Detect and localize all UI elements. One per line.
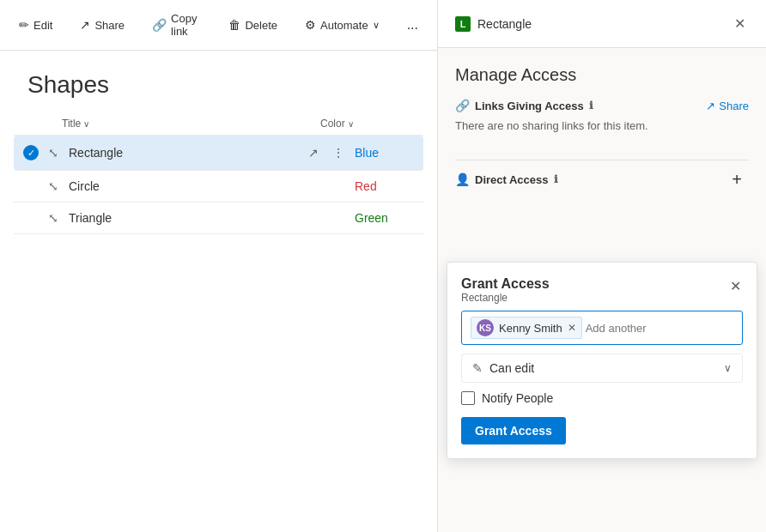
delete-label: Delete: [245, 19, 277, 32]
person-icon: 👤: [455, 172, 470, 186]
copy-link-label: Copy link: [171, 12, 201, 38]
item-color: Blue: [355, 146, 423, 160]
page-title: Shapes: [0, 51, 437, 112]
more-button[interactable]: ...: [402, 14, 423, 36]
trash-icon: 🗑: [228, 18, 240, 32]
toolbar: ✏ Edit ↗ Share 🔗 Copy link 🗑 Delete ⚙ Au…: [0, 0, 437, 51]
manage-access-title: Manage Access: [438, 48, 766, 99]
list-container: Title ∨ Color ∨ ✓ ⤡ Rectangle ↗ ⋮ Blue ⤡: [0, 112, 437, 234]
popup-body: KS Kenny Smith ✕ ✎ Can edit ∨ Notify Peo…: [447, 311, 757, 458]
people-input-area[interactable]: KS Kenny Smith ✕: [461, 311, 743, 345]
item-color: Green: [355, 211, 423, 225]
links-share-button[interactable]: ↗ Share: [706, 100, 749, 112]
left-panel: ✏ Edit ↗ Share 🔗 Copy link 🗑 Delete ⚙ Au…: [0, 0, 438, 532]
panel-title-area: L Rectangle: [455, 16, 532, 32]
links-info-icon[interactable]: ℹ: [589, 100, 593, 112]
item-name: Triangle: [69, 211, 355, 225]
permission-label: Can edit: [489, 361, 534, 375]
permission-left: ✎ Can edit: [472, 361, 534, 375]
share-row-icon[interactable]: ↗: [305, 144, 322, 161]
link-icon: 🔗: [152, 18, 167, 32]
delete-button[interactable]: 🗑 Delete: [223, 15, 283, 35]
notify-label: Notify People: [482, 391, 553, 405]
link-chain-icon: 🔗: [455, 99, 470, 112]
list-header: Title ∨ Color ∨: [14, 112, 423, 136]
no-links-text: There are no sharing links for this item…: [455, 119, 749, 132]
chevron-down-icon: ∨: [724, 362, 732, 374]
edit-icon: ✏: [19, 18, 29, 32]
avatar: KS: [477, 319, 494, 336]
direct-access-info-icon[interactable]: ℹ: [554, 173, 558, 185]
add-another-input[interactable]: [586, 322, 733, 335]
grant-access-button[interactable]: Grant Access: [461, 417, 566, 444]
title-column-header: Title ∨: [62, 118, 320, 130]
links-section-header: 🔗 Links Giving Access ℹ ↗ Share: [455, 99, 749, 112]
person-name: Kenny Smith: [499, 322, 562, 335]
grant-access-popup: Grant Access Rectangle ✕ KS Kenny Smith …: [447, 262, 757, 459]
popup-title-area: Grant Access Rectangle: [461, 276, 550, 304]
table-row[interactable]: ⤡ Triangle Green: [14, 203, 423, 234]
copy-link-button[interactable]: 🔗 Copy link: [147, 9, 206, 41]
popup-title: Grant Access: [461, 276, 550, 292]
automate-button[interactable]: ⚙ Automate ∨: [300, 15, 385, 35]
edit-button[interactable]: ✏ Edit: [14, 15, 58, 35]
share-button[interactable]: ↗ Share: [75, 15, 130, 35]
links-section-title: 🔗 Links Giving Access ℹ: [455, 99, 593, 112]
table-row[interactable]: ✓ ⤡ Rectangle ↗ ⋮ Blue: [14, 136, 423, 171]
automate-chevron-icon: ∨: [373, 20, 380, 31]
item-color: Red: [355, 179, 423, 193]
add-access-button[interactable]: +: [725, 167, 749, 191]
table-row[interactable]: ⤡ Circle Red: [14, 171, 423, 203]
color-sort-icon: ∨: [348, 119, 354, 129]
person-remove-button[interactable]: ✕: [568, 322, 576, 334]
file-type-icon: ⤡: [48, 179, 62, 193]
popup-subtitle: Rectangle: [461, 292, 550, 304]
links-giving-access-section: 🔗 Links Giving Access ℹ ↗ Share There ar…: [455, 99, 749, 139]
more-row-icon[interactable]: ⋮: [329, 144, 348, 161]
sort-icon: ∨: [83, 119, 89, 129]
share-icon: ↗: [80, 18, 90, 32]
direct-access-header: 👤 Direct Access ℹ +: [455, 167, 749, 191]
right-panel: L Rectangle ✕ Manage Access 🔗 Links Givi…: [438, 0, 766, 532]
automate-label: Automate: [320, 19, 368, 32]
panel-file-name: Rectangle: [477, 17, 532, 31]
panel-header: L Rectangle ✕: [438, 0, 766, 48]
edit-label: Edit: [33, 19, 52, 32]
panel-close-button[interactable]: ✕: [731, 12, 749, 35]
file-type-icon: ⤡: [48, 211, 62, 225]
item-actions: ↗ ⋮: [305, 144, 348, 161]
share-icon: ↗: [706, 100, 715, 112]
notify-checkbox[interactable]: [461, 391, 475, 405]
color-column-header: Color ∨: [320, 118, 389, 130]
item-name: Circle: [69, 179, 355, 193]
direct-access-title: 👤 Direct Access ℹ: [455, 172, 558, 186]
notify-row: Notify People: [461, 391, 743, 405]
file-type-icon: ⤡: [48, 146, 62, 160]
section-divider: [455, 160, 749, 160]
share-label: Share: [94, 19, 125, 32]
file-icon: L: [455, 16, 471, 32]
item-name: Rectangle: [69, 146, 305, 160]
permission-dropdown[interactable]: ✎ Can edit ∨: [461, 354, 743, 383]
direct-access-section: 👤 Direct Access ℹ +: [455, 167, 749, 191]
edit-permission-icon: ✎: [472, 361, 483, 375]
person-tag: KS Kenny Smith ✕: [471, 317, 582, 339]
row-checkbox[interactable]: ✓: [14, 145, 48, 160]
popup-header: Grant Access Rectangle ✕: [447, 263, 757, 311]
automate-icon: ⚙: [305, 18, 316, 32]
popup-close-button[interactable]: ✕: [728, 276, 743, 296]
checked-icon: ✓: [23, 145, 39, 160]
